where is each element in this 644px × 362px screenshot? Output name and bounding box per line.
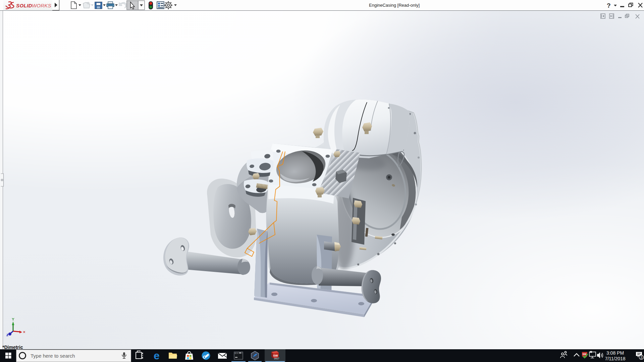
svg-text:SW: SW [583,353,587,355]
svg-text:e: e [154,350,160,362]
svg-text:3:08 PM: 3:08 PM [606,350,624,356]
svg-text:2017: 2017 [274,357,279,360]
svg-text:3: 3 [640,356,642,359]
svg-text:SW: SW [273,354,278,357]
svg-text:C:\: C:\ [235,352,238,355]
svg-text:7/11/2018: 7/11/2018 [605,356,625,361]
